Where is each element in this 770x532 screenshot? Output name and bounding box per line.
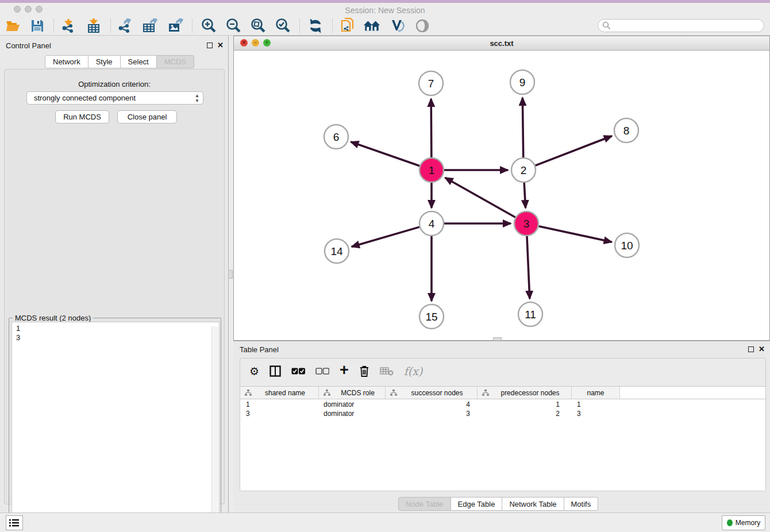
task-history-button[interactable] [6, 515, 23, 530]
vizmapper-icon[interactable] [388, 17, 406, 34]
import-table-icon[interactable] [85, 17, 102, 34]
run-mcds-button[interactable]: Run MCDS [55, 110, 109, 124]
mcds-result-textarea[interactable]: 1 3 [11, 322, 220, 532]
graph-node-label-4: 4 [429, 218, 435, 230]
refresh-view-icon[interactable] [307, 17, 324, 34]
tab-network-table[interactable]: Network Table [502, 497, 564, 511]
gear-icon[interactable]: ⚙ [249, 365, 259, 378]
edge-3-11[interactable] [527, 236, 530, 299]
zoom-fit-icon[interactable] [249, 17, 267, 34]
select-all-checkboxes-icon[interactable] [291, 368, 305, 375]
function-builder-icon[interactable]: f(x) [404, 365, 423, 377]
criterion-select[interactable]: strongly connected component ▲▼ [26, 91, 203, 105]
cell-MCDS-role[interactable]: dominator [319, 408, 386, 418]
vertical-split-handle[interactable] [228, 270, 233, 279]
column-header-MCDS-role[interactable]: MCDS role [319, 387, 386, 399]
export-network-icon[interactable] [116, 17, 133, 34]
node-table-header[interactable]: shared nameMCDS rolesuccessor nodesprede… [240, 387, 765, 399]
import-network-icon[interactable] [60, 17, 77, 34]
graph-node-label-10: 10 [621, 240, 633, 252]
cell-predecessor-nodes[interactable]: 1 [478, 399, 572, 408]
save-session-icon[interactable] [29, 17, 46, 34]
cell-MCDS-role[interactable]: dominator [319, 399, 386, 408]
memory-status-dot [727, 519, 733, 526]
cell-successor-nodes[interactable]: 4 [386, 399, 478, 408]
table-panel-title: Table Panel [240, 345, 279, 354]
table-row[interactable]: 1dominator411 [240, 399, 765, 408]
tab-network[interactable]: Network [45, 55, 88, 68]
graph-node-label-15: 15 [425, 311, 437, 323]
window-title: Session: New Session [0, 6, 770, 15]
edge-2-8[interactable] [536, 136, 612, 165]
home-icon[interactable] [363, 17, 380, 34]
cell-predecessor-nodes[interactable]: 2 [478, 408, 572, 418]
control-panel: Control Panel ✕ NetworkStyleSelectMCDS O… [0, 36, 229, 512]
edge-3-10[interactable] [538, 226, 611, 242]
close-panel-icon[interactable]: ✕ [217, 41, 224, 49]
graph-node-label-7: 7 [428, 78, 434, 90]
result-scrollbar[interactable] [211, 326, 218, 532]
network-view-window: ✕ − + scc.txt 7968124314101511 [233, 36, 770, 341]
open-session-icon[interactable] [5, 17, 22, 34]
column-header-predecessor-nodes[interactable]: predecessor nodes [478, 387, 572, 399]
graph-node-label-1: 1 [429, 164, 435, 176]
column-header-name[interactable]: name [572, 387, 620, 399]
toolbar-separator [53, 19, 54, 33]
graph-node-label-3: 3 [523, 218, 530, 230]
edge-3-1[interactable] [445, 178, 515, 217]
network-window-titlebar[interactable]: ✕ − + scc.txt [234, 36, 769, 51]
zoom-in-icon[interactable] [200, 17, 217, 34]
graph-node-label-11: 11 [525, 309, 536, 321]
memory-button[interactable]: Memory [722, 515, 765, 530]
table-toolbar: ⚙ + f(x) [240, 358, 765, 384]
tab-style[interactable]: Style [88, 55, 121, 68]
network-graph-canvas[interactable]: 7968124314101511 [234, 51, 769, 340]
copy-view-icon[interactable] [339, 17, 356, 34]
cell-successor-nodes[interactable]: 3 [386, 408, 478, 418]
mcds-result-values: 1 3 [16, 324, 20, 342]
export-table-icon[interactable] [141, 17, 159, 34]
delete-column-trash-icon[interactable] [359, 365, 369, 377]
edge-1-6[interactable] [351, 142, 419, 166]
node-table[interactable]: shared nameMCDS rolesuccessor nodesprede… [240, 386, 765, 491]
close-panel-button[interactable]: Close panel [117, 110, 177, 124]
optimization-criterion-label: Optimization criterion: [5, 80, 224, 88]
zoom-selected-icon[interactable] [274, 17, 291, 34]
float-table-panel-icon[interactable] [748, 346, 754, 352]
select-stepper-icon: ▲▼ [195, 93, 199, 103]
tab-select[interactable]: Select [121, 55, 157, 68]
hide-panel-eye-icon[interactable] [414, 17, 431, 34]
column-layout-icon[interactable] [270, 365, 281, 377]
list-icon [9, 518, 20, 527]
add-column-icon[interactable]: + [340, 361, 349, 379]
edge-4-14[interactable] [352, 227, 419, 246]
graph-node-label-6: 6 [333, 131, 340, 143]
toolbar-separator [192, 19, 192, 33]
table-panel: Table Panel ✕ ⚙ + f(x) shared nameMCDS r… [233, 341, 770, 512]
cell-shared-name[interactable]: 1 [240, 399, 319, 408]
table-row[interactable]: 3dominator323 [240, 408, 765, 418]
zoom-out-icon[interactable] [225, 17, 242, 34]
cell-name[interactable]: 1 [572, 399, 620, 408]
control-panel-title: Control Panel [6, 41, 51, 50]
table-panel-tabs: Node TableEdge TableNetwork TableMotifs [398, 497, 598, 511]
toolbar-separator [110, 19, 111, 33]
edge-2-9[interactable] [522, 98, 523, 157]
mcds-panel: Optimization criterion: strongly connect… [4, 69, 225, 504]
cell-name[interactable]: 3 [572, 408, 620, 418]
close-table-panel-icon[interactable]: ✕ [759, 345, 765, 353]
delete-table-icon[interactable] [380, 367, 394, 376]
export-image-icon[interactable] [167, 17, 184, 34]
edge-2-3[interactable] [524, 183, 525, 208]
cell-shared-name[interactable]: 3 [240, 408, 319, 418]
deselect-all-checkboxes-icon[interactable] [315, 368, 329, 375]
column-header-shared-name[interactable]: shared name [240, 387, 319, 399]
column-header-successor-nodes[interactable]: successor nodes [386, 387, 478, 399]
tab-mcds[interactable]: MCDS [157, 55, 194, 68]
tab-edge-table[interactable]: Edge Table [451, 497, 503, 511]
edge-1-7[interactable] [431, 99, 432, 157]
tab-node-table[interactable]: Node Table [398, 497, 451, 511]
search-input[interactable] [598, 19, 764, 32]
tab-motifs[interactable]: Motifs [564, 497, 599, 511]
float-panel-icon[interactable] [207, 43, 213, 48]
